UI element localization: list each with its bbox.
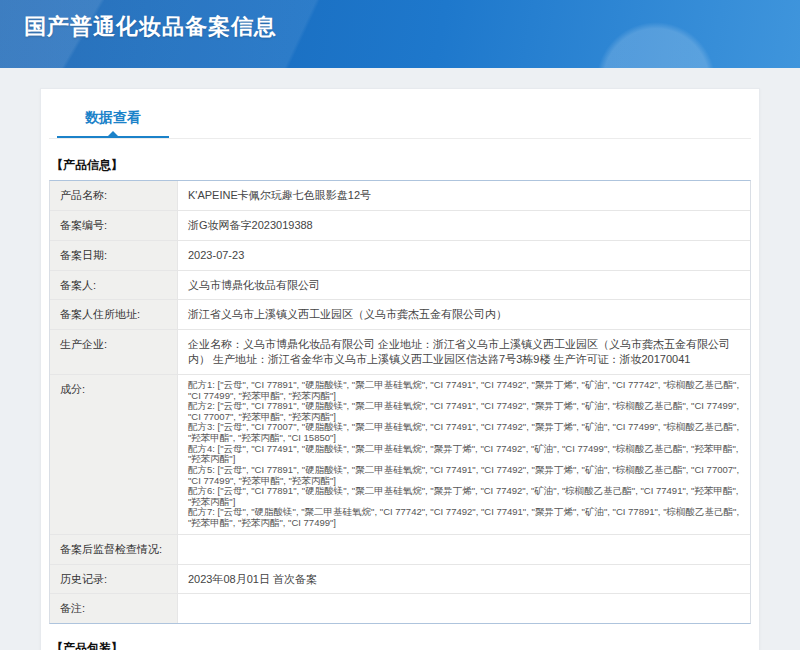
table-row-product-name: 产品名称: K'APEINE卡佩尔玩趣七色眼影盘12号 — [50, 181, 750, 211]
row-value: 2023-07-23 — [178, 241, 750, 270]
table-row-manufacturer: 生产企业: 企业名称：义乌市博鼎化妆品有限公司 企业地址：浙江省义乌市上溪镇义西… — [50, 330, 750, 375]
section-packaging-title: 【产品包装】 — [49, 634, 751, 650]
table-row-ingredients: 成分: 配方1: ["云母", "CI 77891", "硬脂酸镁", "聚二甲… — [50, 375, 750, 535]
row-value: 企业名称：义乌市博鼎化妆品有限公司 企业地址：浙江省义乌市上溪镇义西工业园区（义… — [178, 330, 750, 374]
tab-active-marker-icon — [108, 131, 118, 136]
ingredient-formula-line: 配方2: ["云母", "CI 77891", "硬脂酸镁", "聚二甲基硅氧烷… — [188, 401, 740, 422]
row-value: 浙江省义乌市上溪镇义西工业园区（义乌市龚杰五金有限公司内） — [178, 300, 750, 329]
row-label: 备案人住所地址: — [50, 300, 178, 329]
row-value: K'APEINE卡佩尔玩趣七色眼影盘12号 — [178, 181, 750, 210]
tab-data-view-label: 数据查看 — [85, 109, 141, 125]
section-product-info-title: 【产品信息】 — [49, 151, 751, 180]
ingredient-formula-line: 配方3: ["云母", "CI 77007", "硬脂酸镁", "聚二甲基硅氧烷… — [188, 422, 740, 443]
row-label: 备案人: — [50, 271, 178, 300]
page-body: 数据查看 【产品信息】 产品名称: K'APEINE卡佩尔玩趣七色眼影盘12号 … — [0, 68, 800, 650]
table-row-remarks: 备注: — [50, 594, 750, 623]
ingredient-formula-line: 配方6: ["云母", "CI 77891", "硬脂酸镁", "聚二甲基硅氧烷… — [188, 486, 740, 507]
row-label: 备案编号: — [50, 211, 178, 240]
row-value: 浙G妆网备字2023019388 — [178, 211, 750, 240]
page-header: 国产普通化妆品备案信息 — [0, 0, 800, 68]
row-label: 历史记录: — [50, 565, 178, 594]
tab-data-view[interactable]: 数据查看 — [57, 99, 169, 138]
product-info-table: 产品名称: K'APEINE卡佩尔玩趣七色眼影盘12号 备案编号: 浙G妆网备字… — [49, 180, 751, 624]
table-row-history: 历史记录: 2023年08月01日 首次备案 — [50, 565, 750, 595]
ingredients-value: 配方1: ["云母", "CI 77891", "硬脂酸镁", "聚二甲基硅氧烷… — [178, 375, 750, 534]
ingredient-formula-line: 配方7: ["云母", "硬脂酸镁", "聚二甲基硅氧烷", "CI 77742… — [188, 507, 740, 528]
row-label: 生产企业: — [50, 330, 178, 374]
row-value: 义乌市博鼎化妆品有限公司 — [178, 271, 750, 300]
row-value — [178, 594, 750, 623]
row-value — [178, 535, 750, 564]
table-row-registrant-address: 备案人住所地址: 浙江省义乌市上溪镇义西工业园区（义乌市龚杰五金有限公司内） — [50, 300, 750, 330]
page-title: 国产普通化妆品备案信息 — [24, 12, 800, 42]
tab-bar: 数据查看 — [49, 99, 751, 139]
ingredient-formula-line: 配方1: ["云母", "CI 77891", "硬脂酸镁", "聚二甲基硅氧烷… — [188, 380, 740, 401]
row-label: 成分: — [50, 375, 178, 534]
table-row-supervision: 备案后监督检查情况: — [50, 535, 750, 565]
row-value: 2023年08月01日 首次备案 — [178, 565, 750, 594]
table-row-record-date: 备案日期: 2023-07-23 — [50, 241, 750, 271]
ingredient-formula-line: 配方5: ["云母", "CI 77891", "硬脂酸镁", "聚二甲基硅氧烷… — [188, 465, 740, 486]
row-label: 备案日期: — [50, 241, 178, 270]
table-row-registrant: 备案人: 义乌市博鼎化妆品有限公司 — [50, 271, 750, 301]
content-card: 数据查看 【产品信息】 产品名称: K'APEINE卡佩尔玩趣七色眼影盘12号 … — [40, 88, 760, 650]
row-label: 备注: — [50, 594, 178, 623]
row-label: 产品名称: — [50, 181, 178, 210]
row-label: 备案后监督检查情况: — [50, 535, 178, 564]
ingredient-formula-line: 配方4: ["云母", "CI 77491", "硬脂酸镁", "聚二甲基硅氧烷… — [188, 444, 740, 465]
table-row-record-number: 备案编号: 浙G妆网备字2023019388 — [50, 211, 750, 241]
